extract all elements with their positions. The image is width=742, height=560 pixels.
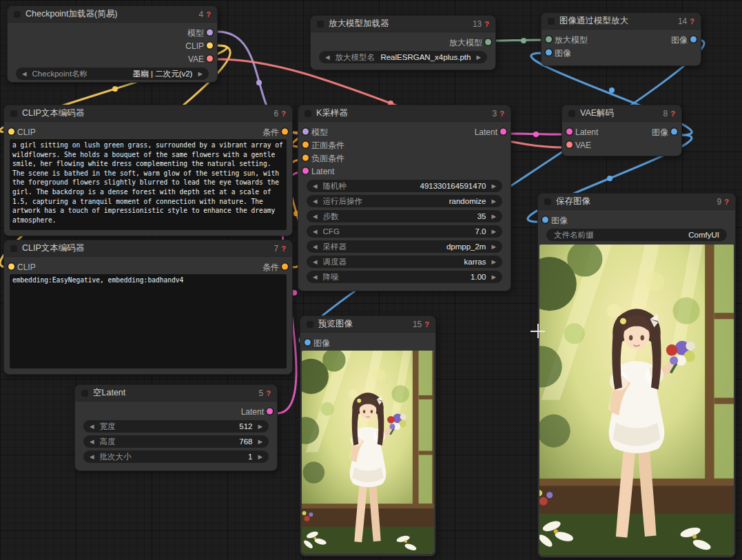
decrement-arrow-icon[interactable]: ◀ [313,274,318,280]
widget-checkpoint-name[interactable]: ◀ Checkpoint名称 墨幽 | 二次元(v2) ▶ [16,68,209,80]
output-dot-latent[interactable] [500,128,506,134]
output-dot-conditioning[interactable] [282,263,288,269]
preview-image-thumbnail[interactable] [302,351,434,554]
output-dot-image[interactable] [671,128,677,134]
input-dot-latent[interactable] [566,128,573,134]
node-header[interactable]: 空Latent 5 ? [75,385,277,402]
input-dot-clip[interactable] [8,128,14,134]
collapse-toggle[interactable] [548,18,555,25]
widget-height[interactable]: ◀ 高度 768 ▶ [83,435,269,448]
node-header[interactable]: K采样器 3 ? [298,105,511,122]
node-save-image[interactable]: 保存图像 9 ? 图像 文件名前缀 ComfyUI [537,193,736,558]
node-header[interactable]: CLIP文本编码器 7 ? [4,240,292,257]
node-header[interactable]: 图像通过模型放大 14 ? [542,13,701,30]
decrement-arrow-icon[interactable]: ◀ [313,259,318,265]
node-header[interactable]: CLIP文本编码器 6 ? [4,105,292,122]
node-header[interactable]: VAE解码 8 ? [562,105,681,122]
input-dot-image[interactable] [542,216,548,222]
collapse-toggle[interactable] [81,390,88,397]
widget-sampler-name[interactable]: ◀ 采样器 dpmpp_2m ▶ [307,240,502,253]
widget-cfg[interactable]: ◀ CFG 7.0 ▶ [307,225,502,238]
decrement-arrow-icon[interactable]: ◀ [313,183,318,189]
help-badge: ? [724,198,729,206]
widget-scheduler[interactable]: ◀ 调度器 karras ▶ [307,256,502,268]
widget-steps[interactable]: ◀ 步数 35 ▶ [307,210,502,222]
output-dot-vae[interactable] [207,55,213,61]
node-checkpoint-loader[interactable]: Checkpoint加载器(简易) 4 ? 模型 CLIP VAE ◀ Chec… [7,6,218,83]
node-title: 空Latent [93,387,254,399]
decrement-arrow-icon[interactable]: ◀ [325,54,330,61]
output-dot-latent[interactable] [267,408,273,414]
node-image-upscale-with-model[interactable]: 图像通过模型放大 14 ? 放大模型 图像 图像 [541,12,701,66]
node-clip-text-encode-positive[interactable]: CLIP文本编码器 6 ? CLIP 条件 a girl sitting on … [3,105,293,236]
decrement-arrow-icon[interactable]: ◀ [313,198,318,205]
widget-seed[interactable]: ◀ 随机种 491330164591470 ▶ [307,180,502,192]
input-dot-image[interactable] [546,49,552,55]
increment-arrow-icon[interactable]: ▶ [258,424,262,430]
input-dot-image[interactable] [305,339,311,345]
node-preview-image[interactable]: 预览图像 15 ? 图像 [300,315,436,557]
node-ksampler[interactable]: K采样器 3 ? 模型 Latent 正面条件 负面条件 Latent ◀ 随机… [298,105,511,291]
decrement-arrow-icon[interactable]: ◀ [22,71,27,77]
input-label-latent: Latent [311,167,334,176]
input-dot-negative[interactable] [302,154,309,160]
decrement-arrow-icon[interactable]: ◀ [313,229,318,235]
decrement-arrow-icon[interactable]: ◀ [313,244,318,250]
increment-arrow-icon[interactable]: ▶ [476,54,481,61]
increment-arrow-icon[interactable]: ▶ [258,454,262,460]
increment-arrow-icon[interactable]: ▶ [491,259,496,265]
decrement-arrow-icon[interactable]: ◀ [90,454,94,460]
node-empty-latent[interactable]: 空Latent 5 ? Latent ◀ 宽度 512 ▶ ◀ 高度 768 ▶… [74,384,278,471]
increment-arrow-icon[interactable]: ▶ [491,183,496,189]
widget-filename-prefix[interactable]: 文件名前缀 ComfyUI [546,229,727,241]
increment-arrow-icon[interactable]: ▶ [491,214,496,220]
increment-arrow-icon[interactable]: ▶ [198,71,203,77]
node-clip-text-encode-negative[interactable]: CLIP文本编码器 7 ? CLIP 条件 embedding:EasyNega… [3,240,293,375]
decrement-arrow-icon[interactable]: ◀ [90,439,94,445]
increment-arrow-icon[interactable]: ▶ [491,229,496,235]
output-dot-conditioning[interactable] [282,128,288,134]
widget-batch-size[interactable]: ◀ 批次大小 1 ▶ [83,450,269,463]
widget-upscale-model-name[interactable]: ◀ 放大模型名称 RealESRGAN_x4plus.pth ▶ [319,51,487,63]
input-dot-clip[interactable] [8,263,14,269]
saved-image-thumbnail[interactable] [539,245,734,555]
output-dot-model[interactable] [207,29,213,35]
input-dot-latent[interactable] [302,167,309,174]
node-header[interactable]: 放大模型加载器 13 ? [311,16,495,32]
positive-prompt-textarea[interactable]: a girl sitting on lush green grass, surr… [10,139,287,230]
node-title: 放大模型加载器 [329,18,468,30]
decrement-arrow-icon[interactable]: ◀ [90,424,94,430]
negative-prompt-textarea[interactable]: embedding:EasyNegative, embedding:badhan… [10,274,287,369]
node-id: 6 [274,109,279,118]
collapse-toggle[interactable] [14,11,21,18]
input-dot-positive[interactable] [302,141,309,147]
increment-arrow-icon[interactable]: ▶ [491,198,496,205]
increment-arrow-icon[interactable]: ▶ [258,439,262,445]
widget-denoise[interactable]: ◀ 降噪 1.00 ▶ [307,271,502,283]
node-header[interactable]: 预览图像 15 ? [300,316,435,333]
collapse-toggle[interactable] [305,110,311,117]
input-dot-vae[interactable] [566,141,573,147]
collapse-toggle[interactable] [317,21,324,28]
decrement-arrow-icon[interactable]: ◀ [313,214,318,220]
input-dot-model[interactable] [302,128,309,134]
input-dot-upscale-model[interactable] [546,36,552,42]
output-label-image: 图像 [671,34,688,44]
increment-arrow-icon[interactable]: ▶ [491,244,496,250]
output-dot-clip[interactable] [207,42,213,48]
increment-arrow-icon[interactable]: ▶ [491,274,496,280]
node-header[interactable]: Checkpoint加载器(简易) 4 ? [8,6,217,23]
collapse-toggle[interactable] [307,321,313,328]
collapse-toggle[interactable] [10,245,17,252]
collapse-toggle[interactable] [544,198,551,205]
collapse-toggle[interactable] [568,110,575,117]
widget-control-after-generate[interactable]: ◀ 运行后操作 randomize ▶ [307,195,502,207]
output-dot-image[interactable] [690,36,697,42]
output-dot-upscale-model[interactable] [485,39,491,45]
widget-width[interactable]: ◀ 宽度 512 ▶ [83,420,269,433]
node-header[interactable]: 保存图像 9 ? [538,194,735,210]
node-vae-decode[interactable]: VAE解码 8 ? Latent 图像 VAE [561,105,682,156]
node-upscale-model-loader[interactable]: 放大模型加载器 13 ? 放大模型 ◀ 放大模型名称 RealESRGAN_x4… [310,15,496,70]
collapse-toggle[interactable] [10,110,17,117]
help-badge: ? [499,110,504,118]
